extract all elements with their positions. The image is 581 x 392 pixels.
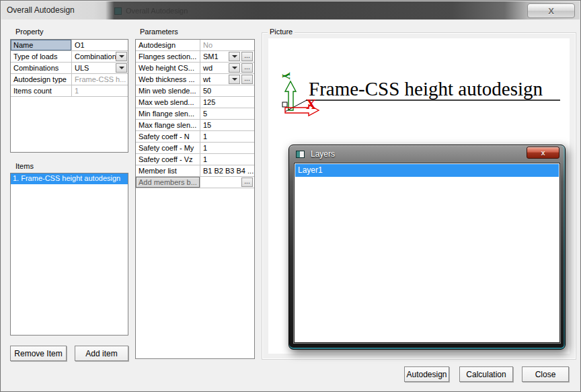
type-of-loads-select[interactable]: Combination [72, 51, 128, 62]
remove-item-button[interactable]: Remove Item [10, 346, 67, 361]
titlebar[interactable]: Overall Autodesign Overall Autodesign X [1, 1, 580, 19]
dropdown-button[interactable] [229, 52, 240, 61]
min-flange-slenderness-value[interactable]: 5 [200, 108, 254, 119]
param-flanges-section-label[interactable]: Flanges section... [136, 51, 200, 62]
param-web-thickness-label[interactable]: Web thickness ... [136, 74, 200, 85]
close-button[interactable]: Close [522, 366, 569, 382]
property-name-label[interactable]: Name [11, 40, 72, 50]
ellipsis-button[interactable]: ... [241, 63, 253, 73]
window-title: Overall Autodesign [7, 5, 75, 15]
table-row: Safety coeff - My 1 [136, 143, 254, 154]
layers-titlebar[interactable]: Layers x [289, 145, 565, 163]
combinations-value: ULS [75, 64, 89, 72]
table-row: Autodesign No [136, 40, 254, 51]
add-item-button[interactable]: Add item [75, 346, 128, 361]
web-height-value: wd [203, 64, 212, 72]
min-web-slenderness-value[interactable]: 50 [200, 85, 254, 96]
type-of-loads-value: Combination [75, 52, 116, 61]
web-thickness-select[interactable]: wt ... [200, 74, 254, 85]
param-autodesign-label: Autodesign [136, 40, 200, 50]
ellipsis-button[interactable]: ... [241, 75, 253, 84]
ellipsis-button[interactable]: ... [241, 178, 253, 187]
picture-title: Frame-CSS height autodesign [309, 78, 543, 100]
origin-marker [282, 102, 287, 107]
param-autodesign-value: No [200, 40, 254, 50]
property-section-label: Property [15, 28, 44, 36]
chevron-down-icon [232, 67, 237, 69]
table-row: Web thickness ... wt ... [136, 74, 254, 85]
param-max-web-slenderness-label[interactable]: Max web slend... [136, 97, 200, 108]
param-member-list-label[interactable]: Member list [136, 165, 200, 176]
param-min-web-slenderness-label[interactable]: Min web slende... [136, 85, 200, 96]
property-items-count-label: Items count [11, 85, 72, 96]
table-row: Combinations ULS [11, 63, 128, 74]
flanges-section-value: SM1 [203, 52, 219, 61]
max-web-slenderness-value[interactable]: 125 [200, 97, 254, 108]
calculation-button[interactable]: Calculation [459, 366, 513, 382]
items-count-value: 1 [72, 85, 128, 96]
chevron-down-icon [119, 67, 124, 69]
property-type-of-loads-label[interactable]: Type of loads [11, 51, 72, 62]
chevron-down-icon [119, 55, 124, 58]
safety-coeff-n-value[interactable]: 1 [200, 131, 254, 142]
parameters-section-label: Parameters [140, 28, 178, 36]
flanges-section-select[interactable]: SM1 ... [200, 51, 254, 62]
table-row: Type of loads Combination [11, 51, 128, 63]
background-window-titlebar: Overall Autodesign [114, 5, 188, 17]
layers-window-icon [296, 151, 305, 158]
param-safety-coeff-vz-label[interactable]: Safety coeff - Vz [136, 154, 200, 165]
max-flange-slenderness-value[interactable]: 15 [200, 120, 254, 130]
table-row: Web height CS... wd ... [136, 63, 254, 74]
param-web-height-label[interactable]: Web height CS... [136, 63, 200, 73]
table-row: Items count 1 [11, 85, 128, 97]
member-list-value[interactable]: B1 B2 B3 B4 ... [200, 165, 254, 176]
background-window-icon [114, 7, 122, 15]
safety-coeff-vz-value[interactable]: 1 [200, 154, 254, 165]
param-safety-coeff-my-label[interactable]: Safety coeff - My [136, 143, 200, 153]
layers-close-icon[interactable]: x [527, 147, 559, 159]
chevron-down-icon [232, 78, 237, 81]
chevron-down-icon [232, 55, 237, 58]
layers-list[interactable]: Layer1 [294, 163, 560, 343]
property-table: Name O1 Type of loads Combination Combin… [10, 39, 128, 153]
autodesign-button[interactable]: Autodesign [404, 366, 449, 382]
items-list[interactable]: 1. Frame-CSS height autodesign [10, 173, 128, 336]
close-icon[interactable]: X [527, 3, 575, 18]
layers-window[interactable]: Layers x Layer1 [288, 145, 566, 350]
y-axis-arrow-icon [285, 81, 296, 110]
table-row: Safety coeff - Vz 1 [136, 154, 254, 165]
web-height-select[interactable]: wd ... [200, 63, 254, 73]
property-name-value[interactable]: O1 [72, 40, 128, 50]
table-row: Max flange slen... 15 [136, 120, 254, 131]
param-safety-coeff-n-label[interactable]: Safety coeff - N [136, 131, 200, 142]
param-max-flange-slenderness-label[interactable]: Max flange slen... [136, 120, 200, 130]
items-section-label: Items [15, 162, 34, 170]
dropdown-button[interactable] [116, 52, 127, 61]
y-axis-label: Y [280, 72, 292, 80]
ellipsis-button[interactable]: ... [241, 52, 253, 61]
dropdown-button[interactable] [229, 75, 240, 84]
table-row: Min flange slen... 5 [136, 108, 254, 120]
combinations-select[interactable]: ULS [72, 63, 128, 73]
add-members-button[interactable]: Add members b... [136, 177, 200, 188]
add-members-value[interactable]: ... [200, 177, 254, 188]
param-min-flange-slenderness-label[interactable]: Min flange slen... [136, 108, 200, 119]
property-autodesign-type-label: Autodesign type [11, 74, 72, 85]
table-row: Min web slende... 50 [136, 85, 254, 97]
safety-coeff-my-value[interactable]: 1 [200, 143, 254, 153]
layers-window-title: Layers [311, 149, 335, 159]
overall-autodesign-dialog: Overall Autodesign Overall Autodesign X … [0, 0, 581, 392]
table-row: Add members b... ... [136, 177, 254, 188]
background-window-title: Overall Autodesign [126, 7, 188, 15]
dropdown-button[interactable] [116, 63, 127, 73]
table-row: Flanges section... SM1 ... [136, 51, 254, 63]
parameters-table: Autodesign No Flanges section... SM1 ...… [135, 39, 255, 359]
web-thickness-value: wt [203, 75, 210, 83]
table-row: Autodesign type Frame-CSS h... [11, 74, 128, 85]
table-row: Member list B1 B2 B3 B4 ... [136, 165, 254, 177]
dropdown-button[interactable] [229, 63, 240, 73]
property-combinations-label[interactable]: Combinations [11, 63, 72, 73]
table-row: Name O1 [11, 40, 128, 51]
list-item[interactable]: Layer1 [295, 164, 559, 177]
list-item[interactable]: 1. Frame-CSS height autodesign [11, 173, 128, 184]
